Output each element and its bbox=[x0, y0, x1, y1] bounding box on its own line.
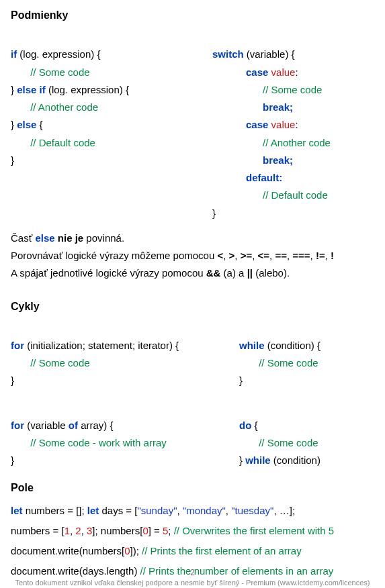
text: (alebo). bbox=[253, 267, 290, 279]
conditions-row: if (log. expression) { // Some code } el… bbox=[11, 28, 374, 228]
text: ]); bbox=[130, 545, 142, 556]
number: 0 bbox=[124, 545, 130, 556]
value: value bbox=[268, 66, 295, 78]
if-block: if (log. expression) { // Some code } el… bbox=[11, 28, 199, 222]
text: } bbox=[212, 207, 216, 219]
kw-while: while bbox=[239, 340, 265, 351]
array-line: let numbers = []; let days = ["sunday", … bbox=[11, 501, 374, 521]
op: >= bbox=[241, 250, 253, 261]
text: (variable) { bbox=[244, 48, 295, 60]
kw-do: do bbox=[239, 420, 251, 431]
text: ; bbox=[168, 525, 173, 536]
text: , bbox=[325, 250, 331, 261]
op: < bbox=[217, 250, 223, 261]
text: (variable bbox=[24, 420, 69, 431]
kw-while: while bbox=[245, 454, 271, 466]
value: value bbox=[268, 119, 295, 130]
text: array) { bbox=[78, 420, 114, 431]
text: povinná. bbox=[83, 232, 124, 244]
text: , bbox=[310, 250, 316, 261]
kw-default: default: bbox=[246, 172, 282, 183]
text: } bbox=[11, 375, 14, 386]
number: 0 bbox=[142, 525, 148, 536]
text: : bbox=[295, 119, 298, 130]
kw-for: for bbox=[11, 420, 24, 431]
op: ! bbox=[331, 250, 334, 261]
note-line: Porovnávať logické výrazy môžeme pomocou… bbox=[11, 249, 374, 262]
array-line: document.write(numbers[0]); // Prints th… bbox=[11, 541, 374, 561]
text: numbers = []; bbox=[23, 505, 87, 516]
op: === bbox=[292, 250, 310, 261]
text: (initialization; statement; iterator) { bbox=[24, 340, 179, 351]
heading-arrays: Pole bbox=[11, 482, 374, 494]
text: , bbox=[223, 250, 228, 261]
string: "tuesday" bbox=[231, 505, 273, 516]
kw-of: of bbox=[69, 420, 78, 431]
page-number: 2 bbox=[0, 568, 385, 577]
text: } bbox=[239, 375, 243, 386]
dowhile-block: do { // Some code } while (condition) bbox=[239, 399, 374, 470]
comment: // Default code bbox=[263, 189, 328, 201]
comment: // Another code bbox=[263, 137, 331, 148]
comment: // Default code bbox=[30, 137, 95, 148]
text: , …]; bbox=[273, 505, 295, 516]
comment: // Another code bbox=[30, 101, 98, 113]
comment: // Overwrites the first element with 5 bbox=[174, 525, 334, 536]
while-block: while (condition) { // Some code } bbox=[239, 320, 374, 390]
kw-elseif: else if bbox=[17, 84, 46, 95]
comment: // Some code - work with array bbox=[30, 437, 167, 448]
heading-conditions: Podmienky bbox=[11, 9, 374, 21]
text: } bbox=[11, 119, 17, 130]
forof-block: for (variable of array) { // Some code -… bbox=[11, 399, 226, 470]
text: ] = bbox=[148, 525, 163, 536]
text-bold: nie je bbox=[55, 232, 84, 244]
kw-for: for bbox=[11, 340, 24, 351]
kw-else: else bbox=[35, 232, 54, 244]
kw-else: else bbox=[17, 119, 36, 130]
text: (log. expression) { bbox=[17, 48, 100, 60]
text: } bbox=[11, 84, 17, 95]
loops-row-1: for (initialization; statement; iterator… bbox=[11, 320, 374, 395]
text: document.write(numbers[ bbox=[11, 545, 124, 556]
note-line: A spájať jednotlivé logické výrazy pomoc… bbox=[11, 266, 374, 280]
comment: // Some code bbox=[259, 357, 318, 369]
text: } bbox=[239, 454, 245, 466]
for-block: for (initialization; statement; iterator… bbox=[11, 320, 226, 390]
text: Porovnávať logické výrazy môžeme pomocou bbox=[11, 250, 217, 261]
op: == bbox=[275, 250, 287, 261]
kw-if: if bbox=[11, 48, 17, 60]
heading-loops: Cykly bbox=[11, 301, 374, 313]
kw-let: let bbox=[11, 505, 23, 516]
text: , bbox=[81, 525, 87, 536]
op: != bbox=[316, 250, 325, 261]
kw-case: case bbox=[246, 66, 268, 78]
text: (condition) bbox=[271, 454, 320, 466]
comment: // Some code bbox=[259, 437, 318, 448]
string: "monday" bbox=[183, 505, 226, 516]
kw-case: case bbox=[246, 119, 268, 130]
text: (log. expression) { bbox=[46, 84, 129, 95]
text: numbers = [ bbox=[11, 525, 65, 536]
text: , bbox=[252, 250, 257, 261]
conditions-notes: Časť else nie je povinná. Porovnávať log… bbox=[11, 232, 374, 281]
page-footer: 2 Tento dokument vznikol vďaka členskej … bbox=[0, 568, 385, 587]
note-line: Časť else nie je povinná. bbox=[11, 232, 374, 245]
switch-block: switch (variable) { case value: // Some … bbox=[212, 28, 374, 222]
kw-switch: switch bbox=[212, 48, 244, 60]
kw-break: break; bbox=[263, 154, 293, 166]
text: Časť bbox=[11, 232, 35, 244]
text: (condition) { bbox=[265, 340, 320, 351]
op: && bbox=[206, 267, 221, 279]
footer-text: Tento dokument vznikol vďaka členskej po… bbox=[0, 579, 385, 587]
text: { bbox=[251, 420, 257, 431]
loops-row-2: for (variable of array) { // Some code -… bbox=[11, 399, 374, 475]
kw-let: let bbox=[87, 505, 99, 516]
comment: // Some code bbox=[30, 66, 89, 78]
text: days = [ bbox=[99, 505, 137, 516]
text: } bbox=[11, 454, 14, 466]
op: > bbox=[229, 250, 235, 261]
text: : bbox=[295, 66, 298, 78]
number: 1 bbox=[65, 525, 70, 536]
comment: // Prints the first element of an array bbox=[142, 545, 302, 556]
text: (a) a bbox=[220, 267, 247, 279]
